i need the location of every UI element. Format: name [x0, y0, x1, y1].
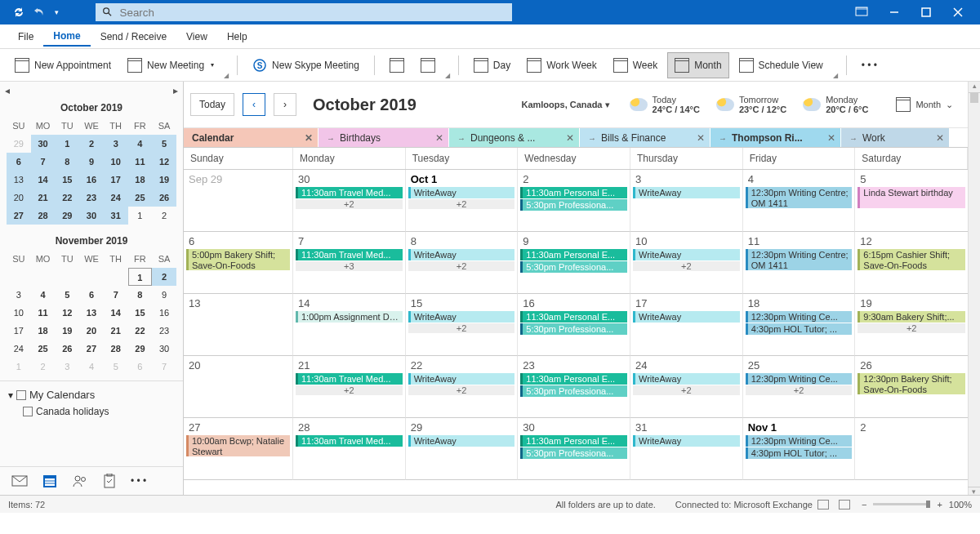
mini-day[interactable] [104, 268, 128, 286]
weather-item[interactable]: Monday20°C / 6°C [803, 95, 868, 114]
calendar-cell[interactable]: 15WriteAway+2 [406, 294, 519, 356]
mini-day[interactable]: 3 [7, 286, 31, 304]
calendar-cell[interactable]: 2811:30am Travel Med... [293, 418, 406, 480]
reading-view-icon[interactable] [839, 500, 850, 510]
more-events[interactable]: +2 [408, 199, 515, 209]
calendar-cell[interactable]: Sep 29 [184, 170, 293, 232]
mini-day[interactable]: 21 [31, 189, 56, 207]
calendar-event[interactable]: 5:30pm Professiona... [520, 385, 627, 397]
calendar-event[interactable]: 4:30pm HOL Tutor; ... [746, 323, 853, 335]
calendar-cell[interactable]: 5Linda Stewart birthday [855, 170, 968, 232]
prev-button[interactable]: ‹ [243, 93, 265, 116]
calendar-cell[interactable]: 2311:30am Personal E...5:30pm Profession… [518, 356, 630, 418]
calendar-event[interactable]: WriteAway [408, 249, 515, 260]
goto-launcher-icon[interactable]: ◢ [445, 72, 450, 79]
close-tab-icon[interactable]: ✕ [430, 132, 443, 144]
mini-day[interactable]: 3 [55, 358, 79, 376]
calendar-event[interactable]: 11:30am Travel Med... [296, 373, 403, 385]
mini-day[interactable]: 24 [7, 340, 31, 358]
mini-day[interactable]: 16 [152, 304, 176, 322]
location-selector[interactable]: Kamloops, Canada ▾ [521, 100, 609, 110]
calendar-event[interactable]: 5:30pm Professiona... [520, 323, 627, 335]
mini-day[interactable]: 18 [31, 322, 56, 340]
calendar-event[interactable]: WriteAway [633, 249, 740, 260]
calendar-cell[interactable]: Nov 112:30pm Writing Ce...4:30pm HOL Tut… [743, 418, 856, 480]
mini-day[interactable]: 29 [128, 340, 153, 358]
mini-day[interactable]: 20 [79, 322, 104, 340]
calendar-event[interactable]: 5:30pm Professiona... [520, 447, 627, 459]
calendar-event[interactable]: 6:15pm Cashier Shift; Save-On-Foods [858, 249, 965, 270]
mini-day[interactable]: 1 [7, 358, 31, 376]
calendar-cell[interactable]: 2 [855, 418, 968, 480]
calendar-icon[interactable] [42, 474, 57, 488]
calendar-event[interactable]: 12:30pm Bakery Shift; Save-On-Foods [858, 373, 965, 394]
mini-day[interactable]: 2 [79, 135, 104, 153]
next7-button[interactable] [414, 52, 442, 78]
calendar-cell[interactable]: 1112:30pm Writing Centre; OM 1411 [743, 232, 856, 294]
mini-day[interactable] [79, 268, 104, 286]
calendar-cell[interactable]: 17WriteAway [630, 294, 743, 356]
week-view-button[interactable]: Week [607, 52, 664, 78]
mini-day[interactable]: 18 [128, 171, 153, 189]
calendar-event[interactable]: 11:30am Travel Med... [296, 435, 403, 447]
mini-day[interactable]: 26 [55, 340, 79, 358]
calendar-event[interactable]: 4:30pm HOL Tutor; ... [746, 447, 853, 459]
calendar-cell[interactable]: 3WriteAway [630, 170, 743, 232]
calendar-cell[interactable]: 65:00pm Bakery Shift; Save-On-Foods [184, 232, 293, 294]
mini-day[interactable] [7, 268, 31, 286]
more-events[interactable]: +3 [296, 261, 403, 271]
mini-day[interactable]: 24 [104, 189, 128, 207]
calendar-cell[interactable]: 2111:30am Travel Med...+2 [293, 356, 406, 418]
more-events[interactable]: +2 [633, 385, 740, 395]
calendar-cell[interactable]: 22WriteAway+2 [406, 356, 519, 418]
more-events[interactable]: +2 [296, 199, 403, 209]
calendar-cell[interactable]: 911:30am Personal E...5:30pm Professiona… [518, 232, 630, 294]
schedule-view-button[interactable]: Schedule View [733, 52, 830, 78]
mini-day[interactable]: 5 [104, 358, 128, 376]
group-launcher-icon[interactable]: ◢ [224, 72, 229, 79]
calendar-cell[interactable]: 1812:30pm Writing Ce...4:30pm HOL Tutor;… [743, 294, 856, 356]
calendar-event[interactable]: 12:30pm Writing Centre; OM 1411 [746, 249, 853, 270]
search-input[interactable] [114, 7, 506, 19]
sidebar-scrollbar[interactable]: ▴ ▾ [968, 82, 980, 495]
new-appointment-button[interactable]: New Appointment [8, 52, 118, 78]
mini-day[interactable]: 30 [31, 135, 56, 153]
mini-day[interactable]: 3 [104, 135, 128, 153]
mini-day[interactable]: 1 [128, 207, 153, 225]
calendar-event[interactable]: 11:30am Travel Med... [296, 249, 403, 260]
calendar-event[interactable]: WriteAway [408, 187, 515, 198]
mini-day[interactable]: 4 [31, 286, 56, 304]
mini-day[interactable]: 2 [152, 268, 176, 286]
close-tab-icon[interactable]: ✕ [931, 132, 944, 144]
month-view-button[interactable]: Month [667, 52, 728, 78]
calendar-cell[interactable]: 711:30am Travel Med...+3 [293, 232, 406, 294]
weather-item[interactable]: Tomorrow23°C / 12°C [716, 95, 786, 114]
mini-day[interactable]: 12 [152, 153, 176, 171]
calendar-cell[interactable]: 199:30am Bakery Shift;...+2 [855, 294, 968, 356]
more-events[interactable]: +2 [408, 261, 515, 271]
calendar-cell[interactable]: 10WriteAway+2 [630, 232, 743, 294]
normal-view-icon[interactable] [817, 500, 829, 510]
zoom-in-icon[interactable]: + [937, 500, 942, 510]
calendar-event[interactable]: 12:30pm Writing Ce... [746, 435, 853, 447]
mini-day[interactable]: 10 [7, 304, 31, 322]
calendar-event[interactable]: 11:30am Personal E... [520, 311, 627, 323]
tasks-icon[interactable] [103, 474, 116, 488]
mini-day[interactable]: 31 [104, 207, 128, 225]
calendar-cell[interactable]: 412:30pm Writing Centre; OM 1411 [743, 170, 856, 232]
mini-day[interactable]: 21 [104, 322, 128, 340]
mini-day[interactable]: 28 [104, 340, 128, 358]
mini-day[interactable]: 4 [79, 358, 104, 376]
mini-day[interactable]: 25 [31, 340, 56, 358]
more-events[interactable]: +2 [408, 323, 515, 333]
next-month-icon[interactable]: ▸ [173, 85, 178, 96]
tab-help[interactable]: Help [217, 28, 257, 46]
mini-day[interactable]: 22 [128, 322, 153, 340]
calendar-cell[interactable]: 29WriteAway [406, 418, 519, 480]
mini-day[interactable]: 6 [79, 286, 104, 304]
my-calendars-header[interactable]: ▾ My Calendars [3, 386, 180, 403]
mini-day[interactable]: 22 [55, 189, 79, 207]
mini-day[interactable]: 30 [79, 207, 104, 225]
calendar-event[interactable]: 11:30am Personal E... [520, 249, 627, 260]
calendar-event[interactable]: 11:30am Personal E... [520, 187, 627, 198]
